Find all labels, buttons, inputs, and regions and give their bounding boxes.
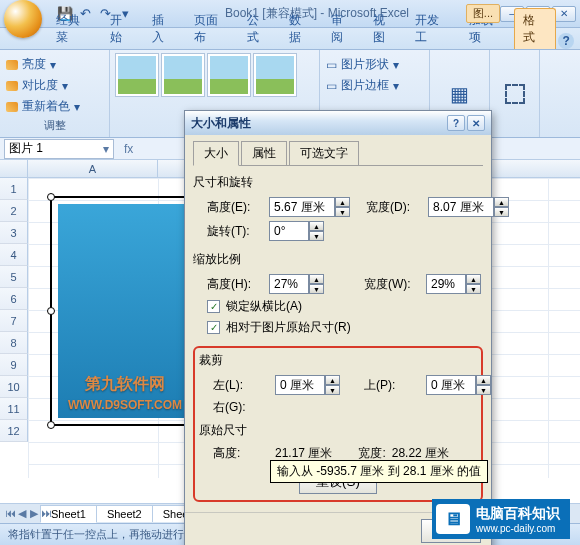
help-icon[interactable]: ? <box>558 33 574 49</box>
recolor-button[interactable]: 重新着色 ▾ <box>6 96 103 117</box>
crop-left-input[interactable]: ▲▼ <box>275 375 340 395</box>
spin-up-icon[interactable]: ▲ <box>325 375 340 385</box>
row-header[interactable]: 4 <box>0 244 28 266</box>
spin-up-icon[interactable]: ▲ <box>335 197 350 207</box>
spin-up-icon[interactable]: ▲ <box>309 221 324 231</box>
pic-border-button[interactable]: ▭ 图片边框 ▾ <box>326 75 423 96</box>
pic-style-thumb[interactable] <box>208 54 250 96</box>
row-header[interactable]: 8 <box>0 332 28 354</box>
name-box[interactable]: 图片 1 ▾ <box>4 139 114 159</box>
tooltip: 输入从 -5935.7 厘米 到 28.1 厘米 的值 <box>270 460 488 483</box>
pic-style-thumb[interactable] <box>254 54 296 96</box>
brightness-icon <box>6 60 18 70</box>
fieldset-size: 尺寸和旋转 高度(E): ▲▼ 宽度(D): ▲▼ 旋转(T): ▲▼ <box>193 174 483 243</box>
resize-handle[interactable] <box>47 421 55 429</box>
pic-shape-button[interactable]: ▭ 图片形状 ▾ <box>326 54 423 75</box>
resize-handle[interactable] <box>47 307 55 315</box>
contrast-label: 对比度 <box>22 77 58 94</box>
sheet-nav-next-icon[interactable]: ▶ <box>28 507 40 520</box>
tab-view[interactable]: 视图 <box>365 9 405 49</box>
spin-down-icon[interactable]: ▼ <box>309 284 324 294</box>
width-input[interactable]: ▲▼ <box>428 197 509 217</box>
row-headers: 1 2 3 4 5 6 7 8 9 10 11 12 <box>0 178 28 442</box>
height-input[interactable]: ▲▼ <box>269 197 350 217</box>
dialog-tab-props[interactable]: 属性 <box>241 141 287 166</box>
name-box-dropdown-icon[interactable]: ▾ <box>103 142 109 156</box>
row-header[interactable]: 10 <box>0 376 28 398</box>
scale-height-field[interactable] <box>269 274 309 294</box>
fieldset-scale-title: 缩放比例 <box>193 251 483 268</box>
row-header[interactable]: 11 <box>0 398 28 420</box>
fieldset-scale: 缩放比例 高度(H): ▲▼ 宽度(W): ▲▼ ✓锁定纵横比(A) ✓相对于图… <box>193 251 483 338</box>
pic-style-thumb[interactable] <box>116 54 158 96</box>
spin-down-icon[interactable]: ▼ <box>466 284 481 294</box>
scale-height-input[interactable]: ▲▼ <box>269 274 324 294</box>
tab-data[interactable]: 数据 <box>281 9 321 49</box>
row-header[interactable]: 5 <box>0 266 28 288</box>
lock-ratio-label: 锁定纵横比(A) <box>226 298 302 315</box>
banner-title: 电脑百科知识 <box>476 505 560 521</box>
relative-checkbox[interactable]: ✓相对于图片原始尺寸(R) <box>193 317 483 338</box>
contrast-icon <box>6 81 18 91</box>
tab-classic[interactable]: 经典菜 <box>48 9 100 49</box>
tab-home[interactable]: 开始 <box>102 9 142 49</box>
scale-width-field[interactable] <box>426 274 466 294</box>
tab-layout[interactable]: 页面布 <box>186 9 238 49</box>
dialog-help-button[interactable]: ? <box>447 115 465 131</box>
scale-width-input[interactable]: ▲▼ <box>426 274 481 294</box>
ribbon-group-crop <box>490 50 540 137</box>
ribbon-group-adjust: 亮度 ▾ 对比度 ▾ 重新着色 ▾ 调整 <box>0 50 110 137</box>
spin-down-icon[interactable]: ▼ <box>335 207 350 217</box>
row-header[interactable]: 3 <box>0 222 28 244</box>
row-header[interactable]: 9 <box>0 354 28 376</box>
crop-icon[interactable] <box>505 84 525 104</box>
dialog-titlebar[interactable]: 大小和属性 ? ✕ <box>185 111 491 135</box>
sheet-nav-prev-icon[interactable]: ◀ <box>16 507 28 520</box>
brightness-button[interactable]: 亮度 ▾ <box>6 54 103 75</box>
row-header[interactable]: 12 <box>0 420 28 442</box>
row-header[interactable]: 7 <box>0 310 28 332</box>
row-header[interactable]: 6 <box>0 288 28 310</box>
lock-ratio-checkbox[interactable]: ✓锁定纵横比(A) <box>193 296 483 317</box>
resize-handle[interactable] <box>47 193 55 201</box>
select-all-corner[interactable] <box>0 160 28 177</box>
dialog-close-button[interactable]: ✕ <box>467 115 485 131</box>
crop-top-field[interactable] <box>426 375 476 395</box>
column-header[interactable]: A <box>28 160 158 177</box>
rotate-field[interactable] <box>269 221 309 241</box>
crop-left-field[interactable] <box>275 375 325 395</box>
office-button[interactable] <box>4 0 42 38</box>
ribbon-tabs: 经典菜 开始 插入 页面布 公式 数据 审阅 视图 开发工 加载项 格式 ? <box>0 28 580 50</box>
spin-down-icon[interactable]: ▼ <box>309 231 324 241</box>
row-header[interactable]: 2 <box>0 200 28 222</box>
banner-logo-icon: 🖥 <box>436 504 470 534</box>
dialog-tab-alttext[interactable]: 可选文字 <box>289 141 359 166</box>
dialog-tab-size[interactable]: 大小 <box>193 141 239 166</box>
crop-top-input[interactable]: ▲▼ <box>426 375 491 395</box>
tab-insert[interactable]: 插入 <box>144 9 184 49</box>
arrange-icon[interactable]: ▦ <box>450 82 469 106</box>
pic-style-thumb[interactable] <box>162 54 204 96</box>
tab-format[interactable]: 格式 <box>514 8 556 49</box>
tab-review[interactable]: 审阅 <box>323 9 363 49</box>
tab-formulas[interactable]: 公式 <box>239 9 279 49</box>
rotate-input[interactable]: ▲▼ <box>269 221 324 241</box>
height-field[interactable] <box>269 197 335 217</box>
spin-down-icon[interactable]: ▼ <box>325 385 340 395</box>
fieldset-crop-title: 裁剪 <box>199 352 477 369</box>
fx-icon[interactable]: fx <box>118 142 139 156</box>
spin-up-icon[interactable]: ▲ <box>476 375 491 385</box>
spin-down-icon[interactable]: ▼ <box>494 207 509 217</box>
tab-developer[interactable]: 开发工 <box>407 9 459 49</box>
row-header[interactable]: 1 <box>0 178 28 200</box>
width-field[interactable] <box>428 197 494 217</box>
sheet-tab[interactable]: Sheet2 <box>96 505 153 522</box>
contrast-button[interactable]: 对比度 ▾ <box>6 75 103 96</box>
spin-down-icon[interactable]: ▼ <box>476 385 491 395</box>
sheet-nav-last-icon[interactable]: ⏭ <box>40 507 52 520</box>
spin-up-icon[interactable]: ▲ <box>494 197 509 207</box>
spin-up-icon[interactable]: ▲ <box>466 274 481 284</box>
relative-label: 相对于图片原始尺寸(R) <box>226 319 351 336</box>
sheet-nav-first-icon[interactable]: ⏮ <box>4 507 16 520</box>
spin-up-icon[interactable]: ▲ <box>309 274 324 284</box>
